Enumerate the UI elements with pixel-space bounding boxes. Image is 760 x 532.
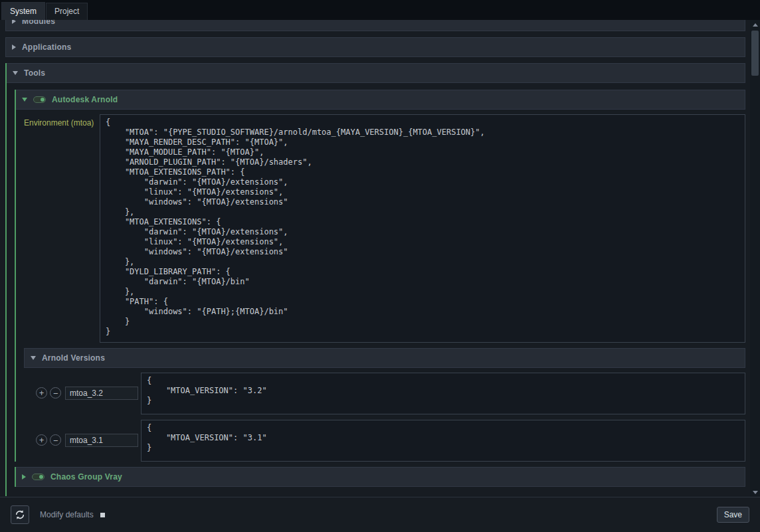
tools-section-body: Autodesk Arnold Environment (mtoa) { "MT… — [7, 83, 745, 496]
section-tools-label: Tools — [24, 68, 45, 78]
remove-version-button[interactable]: − — [50, 434, 61, 446]
version-row-mtoa-3-2: + − { "MTOA_VERSION": "3.2" } — [36, 373, 745, 414]
vertical-scrollbar[interactable] — [750, 20, 760, 497]
collapse-arrow-icon — [12, 20, 16, 24]
version-row-mtoa-3-1: + − { "MTOA_VERSION": "3.1" } — [36, 420, 745, 462]
scroll-up-button[interactable] — [750, 20, 760, 29]
toggle-knob — [41, 98, 45, 102]
version-key-input[interactable] — [65, 387, 138, 400]
settings-window: System Project Modules Applications — [0, 0, 760, 532]
modify-defaults-checkbox[interactable] — [100, 513, 105, 517]
section-applications: Applications — [5, 37, 745, 57]
section-applications-label: Applications — [22, 43, 71, 52]
tab-project[interactable]: Project — [46, 3, 88, 20]
scrollbar-thumb[interactable] — [751, 31, 759, 76]
vray-enabled-toggle[interactable] — [32, 474, 45, 480]
toggle-knob — [39, 475, 43, 479]
environment-label: Environment (mtoa) — [24, 114, 100, 128]
modify-defaults-label: Modify defaults — [40, 510, 94, 519]
settings-main: Modules Applications Tools — [0, 20, 760, 497]
environment-json-editor[interactable]: { "MTOA": "{PYPE_STUDIO_SOFTWARE}/arnold… — [100, 114, 745, 343]
scroll-down-icon — [753, 491, 758, 494]
section-modules: Modules — [5, 20, 745, 31]
section-header-autodesk-arnold[interactable]: Autodesk Arnold — [16, 90, 745, 110]
collapse-arrow-icon — [12, 44, 16, 50]
section-header-chaos-group-vray[interactable]: Chaos Group Vray — [16, 467, 745, 487]
section-arnold-label: Autodesk Arnold — [52, 95, 118, 104]
section-modules-label: Modules — [22, 20, 55, 26]
arnold-versions-body: + − { "MTOA_VERSION": "3.2" } + − — [24, 368, 745, 462]
refresh-icon — [15, 509, 25, 520]
add-version-button[interactable]: + — [36, 434, 47, 446]
expand-arrow-icon — [31, 356, 36, 360]
tab-system[interactable]: System — [1, 2, 45, 20]
version-json-editor[interactable]: { "MTOA_VERSION": "3.2" } — [141, 373, 745, 414]
expand-arrow-icon — [13, 71, 18, 75]
settings-scroll-area: Modules Applications Tools — [0, 20, 750, 497]
refresh-button[interactable] — [11, 505, 29, 524]
scroll-down-button[interactable] — [750, 488, 760, 497]
section-header-modules[interactable]: Modules — [5, 20, 745, 31]
tab-bar: System Project — [0, 0, 760, 20]
version-json-editor[interactable]: { "MTOA_VERSION": "3.1" } — [141, 420, 745, 462]
expand-arrow-icon — [22, 98, 27, 102]
remove-version-button[interactable]: − — [50, 387, 61, 399]
section-arnold-versions-label: Arnold Versions — [42, 353, 105, 363]
add-version-button[interactable]: + — [36, 387, 47, 399]
section-header-applications[interactable]: Applications — [5, 37, 745, 57]
scrollbar-track[interactable] — [750, 29, 760, 488]
section-vray-label: Chaos Group Vray — [50, 472, 122, 482]
section-chaos-group-vray: Chaos Group Vray — [15, 467, 745, 487]
section-header-tools[interactable]: Tools — [7, 63, 745, 83]
save-button[interactable]: Save — [717, 507, 749, 523]
collapse-arrow-icon — [22, 474, 26, 480]
footer-bar: Modify defaults Save — [0, 497, 760, 532]
arnold-section-body: Environment (mtoa) { "MTOA": "{PYPE_STUD… — [16, 110, 745, 462]
version-key-input[interactable] — [65, 434, 138, 447]
arnold-enabled-toggle[interactable] — [33, 96, 46, 103]
section-header-arnold-versions[interactable]: Arnold Versions — [24, 348, 745, 368]
scroll-up-icon — [753, 23, 758, 27]
environment-row: Environment (mtoa) { "MTOA": "{PYPE_STUD… — [24, 114, 745, 343]
section-arnold-versions: Arnold Versions + − { "MTOA_VERSION": "3… — [24, 348, 745, 462]
section-tools: Tools Autodesk Arnold Environ — [5, 63, 745, 496]
section-autodesk-arnold: Autodesk Arnold Environment (mtoa) { "MT… — [15, 90, 745, 462]
